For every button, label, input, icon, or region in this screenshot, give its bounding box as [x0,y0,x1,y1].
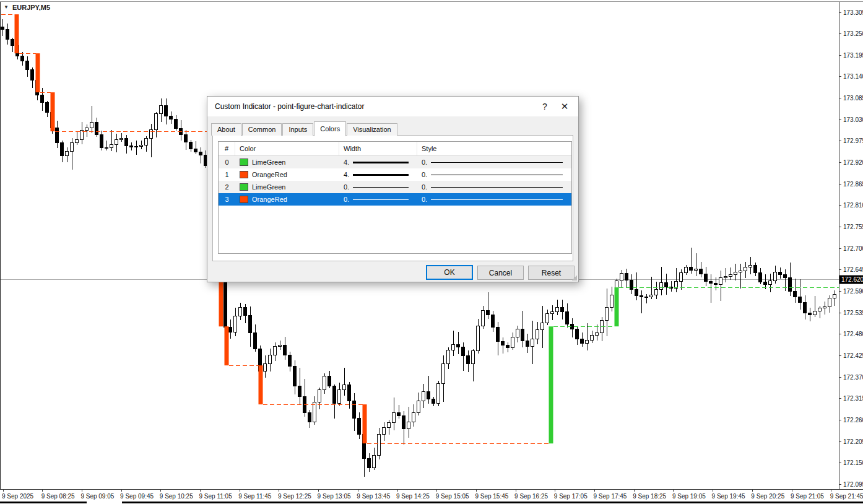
svg-text:173.030: 173.030 [843,116,863,123]
svg-text:173.085: 173.085 [843,95,863,102]
colors-table-header: # Color Width Style [219,142,571,156]
tab-visualization[interactable]: Visualization [347,123,397,136]
dialog-title: Custom Indicator - point-figure-chart-in… [207,102,364,111]
svg-text:172.370: 172.370 [843,374,863,381]
color-swatch [240,196,248,203]
style-value: 0. [422,183,427,191]
style-line-preview [431,187,563,188]
color-row[interactable]: 2LimeGreen0.0. [219,181,571,193]
width-value: 4. [344,171,349,178]
svg-text:9 Sep 09:05: 9 Sep 09:05 [80,493,114,500]
dialog-tabs: About Common Inputs Colors Visualization [211,121,398,136]
svg-text:172.425: 172.425 [843,352,863,359]
svg-text:172.620: 172.620 [841,276,863,283]
svg-text:9 Sep 21:05: 9 Sep 21:05 [791,493,824,500]
indicator-dialog: Custom Indicator - point-figure-chart-in… [207,96,579,282]
row-index: 0 [219,156,235,168]
width-line-preview [353,174,409,176]
svg-text:173.140: 173.140 [843,73,863,80]
svg-text:172.535: 172.535 [843,310,863,316]
colors-table-body: 0LimeGreen4.0.1OrangeRed4.0.2LimeGreen0.… [219,156,571,206]
style-line-preview [431,175,563,175]
svg-text:172.205: 172.205 [843,438,863,445]
width-value: 0. [344,183,349,191]
svg-text:9 Sep 2025: 9 Sep 2025 [2,493,34,500]
svg-text:172.920: 172.920 [843,159,863,166]
color-swatch [240,171,248,178]
color-name: LimeGreen [252,159,285,166]
svg-text:9 Sep 10:25: 9 Sep 10:25 [160,493,193,500]
svg-text:173.305: 173.305 [843,9,863,16]
help-button[interactable]: ? [535,97,555,116]
tab-common[interactable]: Common [242,123,282,136]
color-row[interactable]: 1OrangeRed4.0. [219,168,571,181]
svg-text:172.700: 172.700 [843,245,863,252]
color-name: LimeGreen [252,183,285,191]
svg-text:172.755: 172.755 [843,224,863,230]
column-header-width: Width [339,142,417,155]
svg-text:172.975: 172.975 [843,137,863,144]
ok-button[interactable]: OK [426,265,473,280]
svg-text:172.590: 172.590 [843,288,863,295]
svg-text:172.150: 172.150 [843,459,863,466]
svg-text:9 Sep 17:05: 9 Sep 17:05 [554,493,588,500]
color-row[interactable]: 3OrangeRed0.0. [219,193,571,206]
svg-text:172.865: 172.865 [843,181,863,188]
svg-text:9 Sep 15:05: 9 Sep 15:05 [436,493,469,500]
colors-tab-panel: # Color Width Style 0LimeGreen4.0.1Orang… [212,135,573,261]
color-swatch [240,159,248,166]
style-value: 0. [422,159,427,166]
mt-chart-window: 173.305173.250173.195173.140173.085173.0… [0,0,863,504]
column-header-index: # [219,142,235,155]
resize-grip[interactable] [570,274,577,280]
color-name: OrangeRed [252,171,287,178]
tab-inputs[interactable]: Inputs [282,123,313,136]
svg-text:9 Sep 21:45: 9 Sep 21:45 [830,493,863,500]
width-line-preview [353,162,409,163]
reset-button[interactable]: Reset [528,266,575,280]
symbol-label[interactable]: ▼ EURJPY,M5 [4,4,50,11]
close-icon[interactable]: ✕ [555,97,575,116]
svg-text:9 Sep 18:25: 9 Sep 18:25 [633,493,666,500]
column-header-style: Style [417,142,571,155]
style-value: 0. [422,196,427,203]
color-row[interactable]: 0LimeGreen4.0. [219,156,571,168]
svg-text:9 Sep 15:45: 9 Sep 15:45 [475,493,508,500]
svg-text:9 Sep 20:25: 9 Sep 20:25 [751,493,784,500]
width-line-preview [353,199,409,200]
svg-text:172.480: 172.480 [843,331,863,337]
tab-about[interactable]: About [211,123,241,136]
row-index: 3 [219,193,235,206]
cancel-button[interactable]: Cancel [477,266,524,280]
svg-text:9 Sep 13:05: 9 Sep 13:05 [318,493,351,500]
column-header-color: Color [235,142,339,155]
svg-text:9 Sep 16:25: 9 Sep 16:25 [514,493,548,500]
width-value: 4. [344,159,349,166]
style-line-preview [431,162,563,163]
dialog-titlebar: Custom Indicator - point-figure-chart-in… [207,97,578,116]
svg-text:9 Sep 08:25: 9 Sep 08:25 [41,493,75,500]
svg-text:172.095: 172.095 [843,481,863,488]
symbol-text: EURJPY,M5 [12,4,50,11]
tab-colors[interactable]: Colors [314,121,346,136]
style-line-preview [431,199,563,200]
svg-text:172.260: 172.260 [843,417,863,424]
svg-text:173.195: 173.195 [843,52,863,59]
row-index: 1 [219,168,235,181]
svg-text:9 Sep 17:45: 9 Sep 17:45 [594,493,627,500]
svg-text:9 Sep 19:05: 9 Sep 19:05 [672,493,706,500]
style-value: 0. [422,171,427,178]
svg-text:9 Sep 12:25: 9 Sep 12:25 [278,493,311,500]
symbol-dropdown-icon[interactable]: ▼ [4,5,9,10]
svg-text:9 Sep 11:05: 9 Sep 11:05 [199,493,233,500]
svg-text:172.645: 172.645 [843,266,863,273]
color-swatch [240,183,248,191]
svg-text:9 Sep 19:45: 9 Sep 19:45 [712,493,745,500]
svg-text:9 Sep 14:25: 9 Sep 14:25 [396,493,430,500]
svg-text:172.810: 172.810 [843,202,863,209]
colors-table: # Color Width Style 0LimeGreen4.0.1Orang… [218,141,572,254]
svg-text:9 Sep 13:45: 9 Sep 13:45 [357,493,390,500]
svg-text:9 Sep 09:45: 9 Sep 09:45 [120,493,154,500]
row-index: 2 [219,181,235,193]
svg-text:173.250: 173.250 [843,30,863,37]
